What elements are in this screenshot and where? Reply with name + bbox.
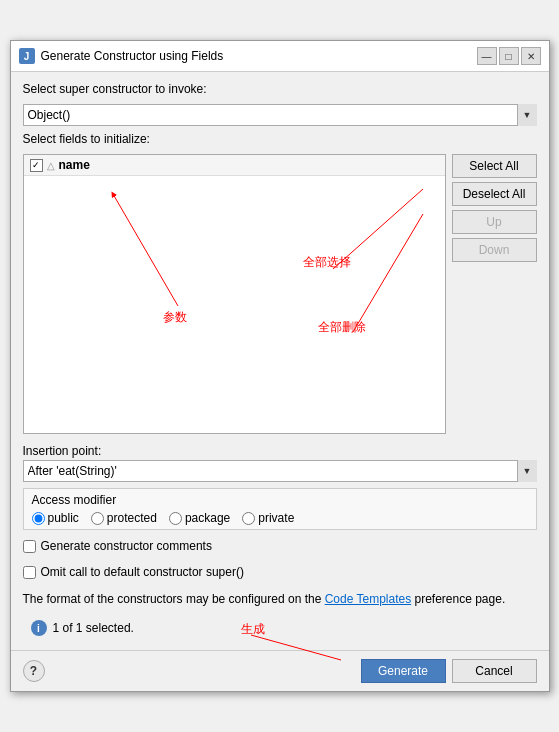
omit-super-row: Omit call to default constructor super() — [23, 562, 537, 582]
fields-header: ✓ △ name — [24, 155, 445, 176]
down-button[interactable]: Down — [452, 238, 537, 262]
radio-package[interactable]: package — [169, 511, 230, 525]
fields-buttons: Select All Deselect All Up Down — [452, 154, 537, 434]
radio-protected-input[interactable] — [91, 512, 104, 525]
access-modifier-title: Access modifier — [32, 493, 528, 507]
title-bar-left: J Generate Constructor using Fields — [19, 48, 224, 64]
status-count: 1 of 1 selected. — [53, 621, 134, 635]
omit-super-checkbox[interactable] — [23, 566, 36, 579]
info-icon: i — [31, 620, 47, 636]
header-checkbox[interactable]: ✓ — [30, 159, 43, 172]
status-bar: i 1 of 1 selected. — [23, 616, 537, 640]
insertion-select[interactable]: After 'eat(String)' — [23, 460, 537, 482]
radio-package-label: package — [185, 511, 230, 525]
info-text-line2: preference page. — [411, 592, 505, 606]
sort-icon: △ — [47, 160, 55, 171]
super-constructor-label: Select super constructor to invoke: — [23, 82, 537, 96]
fields-label: Select fields to initialize: — [23, 132, 537, 146]
generate-button[interactable]: Generate — [361, 659, 446, 683]
title-bar: J Generate Constructor using Fields — □ … — [11, 41, 549, 72]
up-button[interactable]: Up — [452, 210, 537, 234]
radio-public-label: public — [48, 511, 79, 525]
radio-package-input[interactable] — [169, 512, 182, 525]
radio-private[interactable]: private — [242, 511, 294, 525]
radio-private-label: private — [258, 511, 294, 525]
dialog-title: Generate Constructor using Fields — [41, 49, 224, 63]
footer-right: Generate Cancel — [361, 659, 537, 683]
column-name-header: name — [59, 158, 90, 172]
fields-area: ✓ △ name 参数 — [23, 154, 537, 434]
cancel-button[interactable]: Cancel — [452, 659, 537, 683]
generate-comments-label: Generate constructor comments — [41, 539, 212, 553]
super-constructor-select[interactable]: Object() — [23, 104, 537, 126]
generate-comments-row: Generate constructor comments — [23, 536, 537, 556]
access-modifier-radio-group: public protected package private — [32, 511, 528, 525]
insertion-section: Insertion point: After 'eat(String)' ▼ — [23, 444, 537, 482]
dialog-window: J Generate Constructor using Fields — □ … — [10, 40, 550, 692]
maximize-button[interactable]: □ — [499, 47, 519, 65]
footer: ? 生成 Generate Cancel — [11, 650, 549, 691]
radio-public[interactable]: public — [32, 511, 79, 525]
title-bar-controls: — □ ✕ — [477, 47, 541, 65]
access-modifier-section: Access modifier public protected package… — [23, 488, 537, 530]
minimize-button[interactable]: — — [477, 47, 497, 65]
select-all-button[interactable]: Select All — [452, 154, 537, 178]
close-button[interactable]: ✕ — [521, 47, 541, 65]
insertion-combo-wrapper: After 'eat(String)' ▼ — [23, 460, 537, 482]
footer-left: ? — [23, 660, 45, 682]
help-button[interactable]: ? — [23, 660, 45, 682]
dialog-icon: J — [19, 48, 35, 64]
code-templates-link[interactable]: Code Templates — [325, 592, 412, 606]
info-text: The format of the constructors may be co… — [23, 588, 537, 610]
dialog-content: Select super constructor to invoke: Obje… — [11, 72, 549, 650]
generate-comments-checkbox[interactable] — [23, 540, 36, 553]
info-text-line1: The format of the constructors may be co… — [23, 592, 325, 606]
super-constructor-combo-wrapper: Object() ▼ — [23, 104, 537, 126]
fields-list: ✓ △ name — [23, 154, 446, 434]
radio-protected[interactable]: protected — [91, 511, 157, 525]
radio-public-input[interactable] — [32, 512, 45, 525]
omit-super-label: Omit call to default constructor super() — [41, 565, 244, 579]
radio-protected-label: protected — [107, 511, 157, 525]
deselect-all-button[interactable]: Deselect All — [452, 182, 537, 206]
radio-private-input[interactable] — [242, 512, 255, 525]
insertion-label: Insertion point: — [23, 444, 537, 458]
